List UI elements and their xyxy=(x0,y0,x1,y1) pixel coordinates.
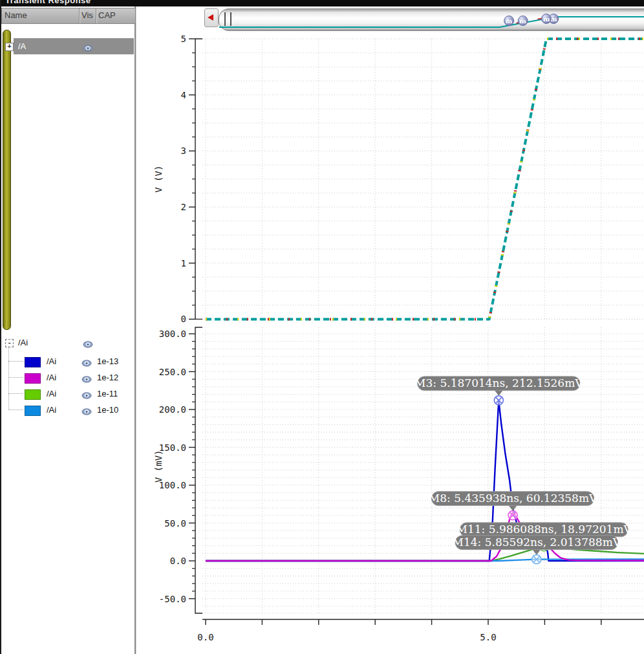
trace-color-swatch[interactable] xyxy=(25,406,41,416)
window-title-bar: Transient Response xyxy=(0,0,644,6)
y-tick-label: 3 xyxy=(181,146,186,156)
tree-connector xyxy=(8,393,23,394)
tree-row-trace[interactable]: /Ai1e-13 xyxy=(1,353,134,369)
sidebar-divider xyxy=(134,6,136,654)
overview-marker-bubble-M8[interactable]: m xyxy=(518,16,528,26)
x-tick-label: 5.0 xyxy=(480,632,496,642)
signal-label[interactable]: /A xyxy=(18,41,26,51)
cap-value: 1e-12 xyxy=(97,373,118,382)
overview-mini-waveform: mmmm xyxy=(219,9,644,30)
visibility-eye-icon[interactable] xyxy=(81,390,92,402)
tree-connector xyxy=(8,377,23,378)
column-separator[interactable] xyxy=(96,8,96,23)
visibility-eye-icon[interactable] xyxy=(83,43,93,54)
grid xyxy=(202,39,644,319)
visibility-eye-icon[interactable] xyxy=(83,339,93,351)
svg-text:m: m xyxy=(543,16,550,23)
left-arrow-icon xyxy=(208,14,213,21)
y-tick-label: 2 xyxy=(181,202,186,212)
y-axis: 300.0250.0200.0150.0100.050.00.0-50.0V (… xyxy=(153,327,202,613)
signal-label[interactable]: /Ai xyxy=(47,405,56,415)
signal-label[interactable]: /Ai xyxy=(47,389,56,398)
tree-connector xyxy=(8,409,23,410)
trace-color-swatch[interactable] xyxy=(25,389,41,400)
y-tick-label: 250.0 xyxy=(159,367,186,377)
y-tick-label: 1 xyxy=(181,258,186,268)
grid xyxy=(202,327,644,613)
column-header-cap[interactable]: CAP xyxy=(98,10,116,20)
visibility-eye-icon[interactable] xyxy=(81,374,92,386)
collapse-icon[interactable]: - xyxy=(5,339,14,347)
svg-text:M14: 5.85592ns, 2.013788mV: M14: 5.85592ns, 2.013788mV xyxy=(453,536,621,549)
overview-marker-bubble-M3[interactable]: m xyxy=(504,16,514,26)
overview-scrollbar[interactable]: mmmm xyxy=(219,8,644,31)
tree-connector xyxy=(8,361,23,362)
y-tick-label: 200.0 xyxy=(159,404,186,415)
svg-text:m: m xyxy=(519,17,526,25)
column-header-vis[interactable]: Vis xyxy=(81,10,93,20)
overview-trace xyxy=(219,17,644,27)
waveform-viewer-window: 543210V (V)300.0250.0200.0150.0100.050.0… xyxy=(0,0,644,654)
svg-text:m: m xyxy=(506,17,513,25)
tree-header[interactable]: Name Vis CAP xyxy=(1,8,136,24)
window-title: Transient Response xyxy=(5,0,91,5)
y-axis-title: V (mV) xyxy=(153,450,164,483)
marker-symbol-M3[interactable] xyxy=(494,396,503,405)
marker-label-M3[interactable]: M3: 5.187014ns, 212.1526mV xyxy=(414,376,583,396)
signal-tree-sidebar: Name Vis CAP + /A - /Ai /Ai1e-13/Ai1e-12… xyxy=(1,6,136,654)
y-tick-label: 50.0 xyxy=(164,518,186,529)
group-color-strip[interactable] xyxy=(3,30,11,330)
y-tick-label: 300.0 xyxy=(159,329,186,339)
selected-row-highlight xyxy=(14,38,134,54)
window-left-border xyxy=(0,0,1,654)
cap-value: 1e-13 xyxy=(97,356,118,366)
tree-row-trace[interactable]: /Ai1e-10 xyxy=(1,402,134,418)
marker-label-M8[interactable]: M8: 5.435938ns, 60.12358mV xyxy=(429,492,597,511)
y-axis: 543210V (V) xyxy=(153,34,202,324)
column-separator[interactable] xyxy=(79,8,80,23)
marker-symbol-M14[interactable] xyxy=(532,555,541,564)
signal-label[interactable]: /Ai xyxy=(47,356,56,366)
svg-text:M3: 5.187014ns, 212.1526mV: M3: 5.187014ns, 212.1526mV xyxy=(414,376,583,389)
cap-value: 1e-11 xyxy=(97,389,118,398)
x-axis: 0.05.0 xyxy=(197,620,644,643)
cap-value: 1e-10 xyxy=(97,405,118,415)
y-tick-label: 0 xyxy=(181,314,186,324)
column-header-name[interactable]: Name xyxy=(5,10,27,20)
tree-row-trace[interactable]: /Ai1e-11 xyxy=(1,386,134,402)
visibility-eye-icon[interactable] xyxy=(81,358,92,369)
tree-row-Ai-group[interactable]: - /Ai xyxy=(1,334,134,351)
trace-color-swatch[interactable] xyxy=(25,357,41,367)
y-tick-label: 5 xyxy=(181,34,186,44)
overview-scroll-left-button[interactable] xyxy=(204,8,219,27)
tree-row-A[interactable]: + /A xyxy=(1,38,134,54)
tree-row-trace[interactable]: /Ai1e-12 xyxy=(1,369,134,386)
x-tick-label: 0.0 xyxy=(197,632,213,642)
svg-text:M11: 5.986088ns, 18.97201mV: M11: 5.986088ns, 18.97201mV xyxy=(456,523,632,536)
marker-symbol-M8[interactable] xyxy=(508,511,517,520)
overview-marker-bubble-M14[interactable]: m xyxy=(541,14,551,24)
expand-icon[interactable]: + xyxy=(5,43,14,51)
y-axis-title: V (V) xyxy=(153,166,164,193)
y-tick-label: 4 xyxy=(181,90,186,100)
signal-label[interactable]: /Ai xyxy=(47,373,56,382)
visibility-eye-icon[interactable] xyxy=(81,406,92,418)
trace-color-swatch[interactable] xyxy=(25,373,41,384)
signal-label[interactable]: /Ai xyxy=(18,338,28,347)
y-tick-label: 0.0 xyxy=(170,556,186,566)
marker-label-M14[interactable]: M14: 5.85592ns, 2.013788mV xyxy=(453,536,621,555)
y-tick-label: -50.0 xyxy=(159,594,186,604)
svg-text:M8: 5.435938ns, 60.12358mV: M8: 5.435938ns, 60.12358mV xyxy=(429,492,597,505)
